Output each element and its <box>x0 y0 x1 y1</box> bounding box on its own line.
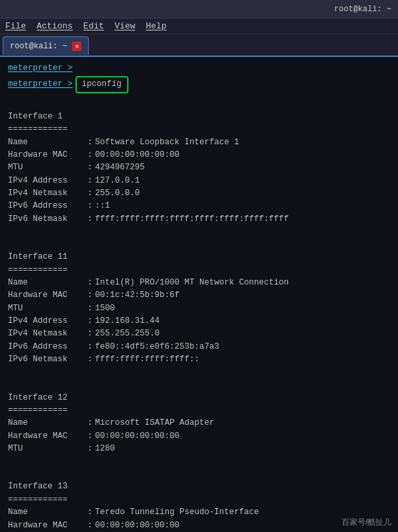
field-colon: : <box>87 175 93 187</box>
field-line: IPv6 Netmask: ffff:ffff:ffff:ffff:ffff:f… <box>8 213 390 226</box>
field-line: Name: Microsoft ISATAP Adapter <box>8 417 390 429</box>
blank-line <box>8 455 390 465</box>
menu-edit[interactable]: Edit <box>83 21 104 31</box>
prompt-text-1: meterpreter > <box>8 62 73 75</box>
field-label: IPv6 Netmask <box>8 213 87 226</box>
field-label: Hardware MAC <box>8 149 87 161</box>
field-colon: : <box>87 315 93 328</box>
field-label: MTU <box>8 443 87 455</box>
section-header: Interface 13 <box>8 480 390 493</box>
field-line: MTU: 4294967295 <box>8 161 390 174</box>
field-label: IPv6 Netmask <box>8 353 87 366</box>
blank-line <box>8 465 390 474</box>
field-colon: : <box>87 506 93 519</box>
prompt-line-2: meterpreter > ipconfig <box>8 76 390 93</box>
watermark: 百家号/酷扯儿 <box>342 517 391 528</box>
section-header: Interface 1 <box>8 111 390 123</box>
field-value: 00:00:00:00:00:00 <box>95 430 180 443</box>
title-bar-text: root@kali: ~ <box>334 5 391 14</box>
tab-label: root@kali: ~ <box>10 42 67 51</box>
tab-bar: root@kali: ~ ✕ <box>0 34 398 57</box>
field-line: Hardware MAC: 00:00:00:00:00:00 <box>8 430 390 443</box>
field-value: ffff:ffff:ffff:ffff:ffff:ffff:ffff:ffff <box>95 213 289 226</box>
field-colon: : <box>87 289 93 302</box>
blank-line <box>8 95 390 104</box>
menu-help[interactable]: Help <box>146 21 166 31</box>
field-line: Hardware MAC: 00:00:00:00:00:00 <box>8 149 390 161</box>
field-label: IPv4 Netmask <box>8 187 87 200</box>
field-colon: : <box>87 200 93 212</box>
field-value: ffff:ffff:ffff:ffff:: <box>95 353 200 366</box>
field-colon: : <box>87 328 93 340</box>
field-value: 127.0.0.1 <box>95 175 140 187</box>
field-colon: : <box>87 149 93 161</box>
field-value: 00:1c:42:5b:9b:6f <box>95 289 180 302</box>
field-line: IPv6 Address: ::1 <box>8 200 390 212</box>
field-line: MTU: 1500 <box>8 302 390 315</box>
field-value: 1500 <box>95 302 115 315</box>
field-line: Name: Intel(R) PRO/1000 MT Network Conne… <box>8 277 390 289</box>
field-value: fe80::4df5:e0f6:253b:a7a3 <box>95 341 220 353</box>
field-value: 00:00:00:00:00:00 <box>95 149 180 161</box>
field-label: IPv4 Address <box>8 175 87 187</box>
field-label: MTU <box>8 161 87 174</box>
field-label: Hardware MAC <box>8 430 87 443</box>
field-colon: : <box>87 277 93 289</box>
field-colon: : <box>87 443 93 455</box>
divider-line: ============ <box>8 264 390 277</box>
field-value: Intel(R) PRO/1000 MT Network Connection <box>95 277 289 289</box>
field-colon: : <box>87 213 93 226</box>
field-line: Hardware MAC: 00:00:00:00:00:00 <box>8 519 390 532</box>
field-label: IPv4 Netmask <box>8 328 87 340</box>
output-container: Interface 1============Name: Software Lo… <box>8 95 390 532</box>
field-line: IPv6 Netmask: ffff:ffff:ffff:ffff:: <box>8 353 390 366</box>
field-value: Software Loopback Interface 1 <box>95 136 240 149</box>
terminal-tab[interactable]: root@kali: ~ ✕ <box>3 36 89 55</box>
field-line: IPv6 Address: fe80::4df5:e0f6:253b:a7a3 <box>8 341 390 353</box>
terminal-body[interactable]: meterpreter > meterpreter > ipconfig Int… <box>0 57 398 532</box>
field-colon: : <box>87 161 93 174</box>
menu-view[interactable]: View <box>115 21 135 31</box>
tab-close-button[interactable]: ✕ <box>72 42 81 51</box>
field-line: Name: Teredo Tunneling Pseudo-Interface <box>8 506 390 519</box>
field-label: MTU <box>8 302 87 315</box>
blank-line <box>8 235 390 244</box>
blank-line <box>8 226 390 235</box>
field-line: Name: Software Loopback Interface 1 <box>8 136 390 149</box>
field-line: IPv4 Address: 127.0.0.1 <box>8 175 390 187</box>
field-value: 00:00:00:00:00:00 <box>95 519 180 532</box>
field-value: 1280 <box>95 443 115 455</box>
divider-line: ============ <box>8 123 390 136</box>
field-value: 192.168.31.44 <box>95 315 160 328</box>
command-display: ipconfig <box>75 76 128 93</box>
field-colon: : <box>87 187 93 200</box>
field-label: IPv6 Address <box>8 200 87 212</box>
field-value: ::1 <box>95 200 111 212</box>
menu-file[interactable]: File <box>5 21 26 31</box>
field-label: Name <box>8 136 87 149</box>
field-line: Hardware MAC: 00:1c:42:5b:9b:6f <box>8 289 390 302</box>
field-colon: : <box>87 353 93 366</box>
field-value: 4294967295 <box>95 161 145 174</box>
field-colon: : <box>87 136 93 149</box>
section-header: Interface 12 <box>8 392 390 404</box>
field-line: MTU: 1280 <box>8 443 390 455</box>
prompt-text-2: meterpreter > <box>8 78 73 91</box>
field-value: 255.255.255.0 <box>95 328 160 340</box>
field-label: IPv6 Address <box>8 341 87 353</box>
title-bar: root@kali: ~ <box>0 0 398 19</box>
field-line: IPv4 Address: 192.168.31.44 <box>8 315 390 328</box>
prompt-line-1: meterpreter > <box>8 62 390 75</box>
blank-line <box>8 376 390 385</box>
field-colon: : <box>87 430 93 443</box>
menu-actions[interactable]: Actions <box>36 21 73 31</box>
field-label: Name <box>8 417 87 429</box>
field-line: IPv4 Netmask: 255.255.255.0 <box>8 328 390 340</box>
field-label: Hardware MAC <box>8 289 87 302</box>
field-label: Name <box>8 506 87 519</box>
field-label: Hardware MAC <box>8 519 87 532</box>
field-colon: : <box>87 417 93 429</box>
menu-bar: File Actions Edit View Help <box>0 19 398 34</box>
field-value: Microsoft ISATAP Adapter <box>95 417 215 429</box>
field-colon: : <box>87 341 93 353</box>
